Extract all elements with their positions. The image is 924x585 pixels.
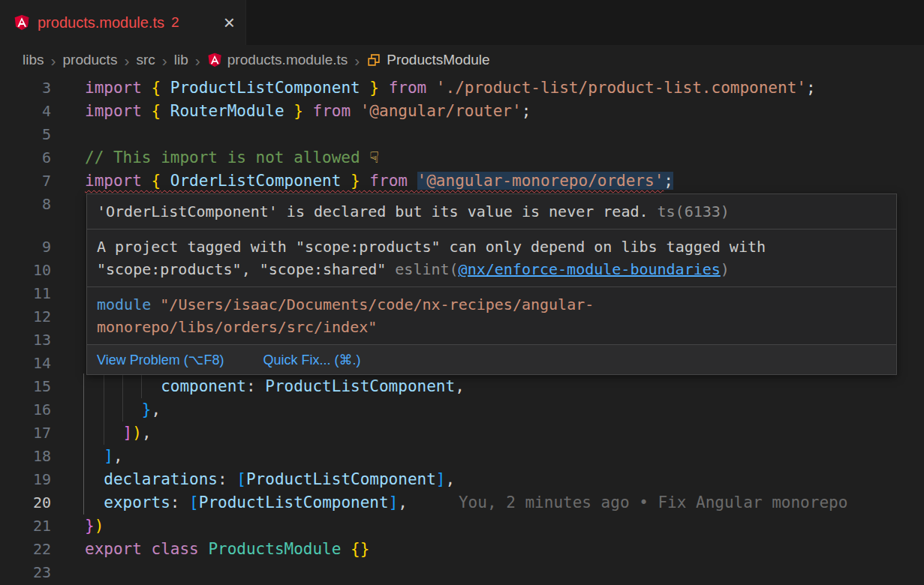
- line-number: 13: [0, 328, 51, 352]
- line-content: export class ProductsModule {}: [85, 538, 369, 561]
- hover-popup: 'OrderListComponent' is declared but its…: [86, 194, 897, 375]
- chevron-right-icon: ›: [162, 52, 167, 68]
- line-content: import { OrderListComponent } from '@ang…: [85, 170, 673, 193]
- tab-label: products.module.ts: [38, 14, 164, 32]
- line-number: 9: [0, 236, 51, 259]
- breadcrumb: libs › products › src › lib › products.m…: [0, 45, 924, 75]
- line-number: 5: [0, 123, 51, 146]
- line-content: exports: [ProductListComponent],You, 2 m…: [85, 491, 847, 514]
- quick-fix-action[interactable]: Quick Fix... (⌘.): [263, 352, 360, 368]
- code-line-7[interactable]: 7import { OrderListComponent } from '@an…: [0, 170, 924, 193]
- breadcrumb-item-products-module-symbol[interactable]: ProductsModule: [366, 52, 489, 68]
- code-line-19[interactable]: 19 declarations: [ProductListComponent],: [0, 468, 924, 491]
- line-number: 4: [0, 100, 51, 123]
- chevron-right-icon: ›: [195, 52, 200, 68]
- angular-icon: [14, 14, 30, 31]
- line-number: 16: [0, 398, 51, 422]
- line-number: 6: [0, 146, 51, 170]
- line-number: 21: [0, 514, 51, 538]
- close-icon[interactable]: ×: [224, 13, 235, 32]
- code-line-16[interactable]: 16 },: [0, 398, 924, 422]
- chevron-right-icon: ›: [124, 52, 129, 68]
- module-path-block: module "/Users/isaac/Documents/code/nx-r…: [87, 287, 896, 345]
- code-line-20[interactable]: 20 exports: [ProductListComponent],You, …: [0, 491, 924, 514]
- line-number: 8: [0, 193, 51, 216]
- tab-bar: products.module.ts 2 ×: [0, 0, 924, 45]
- vscode-window: products.module.ts 2 × libs › products ›…: [0, 0, 924, 585]
- ts-diagnostic-row: 'OrderListComponent' is declared but its…: [87, 194, 896, 230]
- line-number: 22: [0, 538, 51, 561]
- tab-problems-badge: 2: [171, 14, 179, 31]
- code-line-3[interactable]: 3import { ProductListComponent } from '.…: [0, 76, 924, 100]
- code-line-23[interactable]: 23: [0, 561, 924, 584]
- line-number: 23: [0, 561, 51, 584]
- module-keyword: module: [97, 296, 151, 314]
- code-line-18[interactable]: 18 ],: [0, 445, 924, 468]
- line-content: import { RouterModule } from '@angular/r…: [85, 100, 531, 123]
- breadcrumb-item-products[interactable]: products: [63, 52, 118, 68]
- code-line-22[interactable]: 22export class ProductsModule {}: [0, 538, 924, 561]
- line-number: 11: [0, 282, 51, 305]
- line-number: 7: [0, 170, 51, 193]
- line-number: 18: [0, 445, 51, 468]
- line-number: 20: [0, 491, 51, 514]
- eslint-diagnostic-row: A project tagged with "scope:products" c…: [87, 230, 896, 287]
- chevron-right-icon: ›: [354, 52, 360, 68]
- eslint-source-suffix: ): [721, 260, 730, 278]
- editor[interactable]: 3import { ProductListComponent } from '.…: [0, 75, 924, 585]
- code-line-4[interactable]: 4import { RouterModule } from '@angular/…: [0, 100, 924, 123]
- breadcrumb-item-src[interactable]: src: [136, 52, 155, 68]
- line-content: ]),: [85, 422, 152, 445]
- line-content: }): [85, 514, 104, 538]
- code-line-6[interactable]: 6// This import is not allowed ☟: [0, 146, 924, 170]
- breadcrumb-item-lib[interactable]: lib: [174, 52, 188, 68]
- module-path: "/Users/isaac/Documents/code/nx-recipes/…: [97, 296, 594, 336]
- line-content: ],: [85, 445, 123, 468]
- code-line-5[interactable]: 5: [0, 123, 924, 146]
- symbol-class-icon: [366, 52, 381, 68]
- line-content: import { ProductListComponent } from './…: [85, 76, 816, 100]
- view-problem-action[interactable]: View Problem (⌥F8): [97, 352, 224, 368]
- line-number: 19: [0, 468, 51, 491]
- code-line-15[interactable]: 15 component: ProductListComponent,: [0, 375, 924, 398]
- code-line-17[interactable]: 17 ]),: [0, 422, 924, 445]
- ts-diagnostic-message: 'OrderListComponent' is declared but its…: [97, 202, 649, 220]
- line-number: 12: [0, 305, 51, 328]
- eslint-source-prefix: eslint(: [395, 260, 458, 278]
- eslint-rule-link[interactable]: @nx/enforce-module-boundaries: [459, 260, 721, 278]
- tab-products-module[interactable]: products.module.ts 2 ×: [0, 0, 246, 45]
- line-number: 10: [0, 259, 51, 282]
- chevron-right-icon: ›: [51, 52, 56, 68]
- line-number: 15: [0, 375, 51, 398]
- breadcrumb-symbol-label: ProductsModule: [387, 52, 489, 68]
- line-number: 17: [0, 422, 51, 445]
- breadcrumb-item-libs[interactable]: libs: [23, 52, 44, 68]
- breadcrumb-file-label: products.module.ts: [227, 52, 348, 68]
- angular-icon: [207, 52, 222, 68]
- line-content: component: ProductListComponent,: [85, 375, 465, 398]
- git-blame-annotation: You, 2 minutes ago • Fix Angular monorep…: [459, 494, 847, 512]
- ts-diagnostic-source: ts(6133): [658, 202, 730, 220]
- line-content: },: [85, 398, 161, 422]
- hover-status-bar: View Problem (⌥F8) Quick Fix... (⌘.): [87, 345, 896, 374]
- line-content: // This import is not allowed ☟: [85, 146, 379, 170]
- breadcrumb-item-file[interactable]: products.module.ts: [207, 52, 348, 68]
- line-content: declarations: [ProductListComponent],: [85, 468, 455, 491]
- code-line-21[interactable]: 21}): [0, 514, 924, 538]
- line-number: 3: [0, 76, 51, 100]
- line-number: 14: [0, 352, 51, 375]
